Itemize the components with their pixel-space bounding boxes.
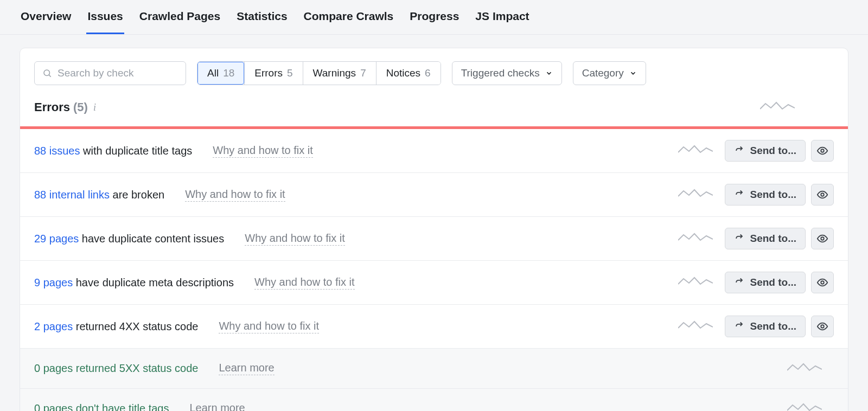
sparkline-icon — [787, 362, 822, 374]
issue-link[interactable]: 88 internal links — [34, 189, 110, 201]
section-title: Errors — [34, 100, 70, 114]
tab-crawled-pages[interactable]: Crawled Pages — [138, 0, 221, 34]
issue-text: 2 pages returned 4XX status code — [34, 320, 198, 333]
filter-count: 5 — [287, 67, 293, 79]
issue-link[interactable]: 88 issues — [34, 145, 80, 157]
sparkline — [678, 188, 725, 202]
tab-issues[interactable]: Issues — [86, 0, 124, 34]
issue-link[interactable]: 2 pages — [34, 320, 73, 332]
fix-link[interactable]: Why and how to fix it — [185, 188, 285, 202]
issue-row: 29 pages have duplicate content issuesWh… — [20, 217, 848, 261]
arrow-icon — [734, 277, 745, 288]
svg-point-2 — [821, 149, 824, 152]
view-button[interactable] — [811, 272, 834, 293]
svg-point-6 — [821, 325, 824, 328]
issue-link: 0 pages returned 5XX status code — [34, 362, 198, 374]
dropdown-label: Category — [582, 67, 624, 79]
send-to-button[interactable]: Send to... — [725, 228, 806, 249]
sparkline-icon — [760, 100, 807, 114]
issue-row: 9 pages have duplicate meta descriptions… — [20, 261, 848, 305]
filter-count: 7 — [360, 67, 366, 79]
triggered-checks-dropdown[interactable]: Triggered checks — [452, 61, 562, 85]
eye-icon — [816, 277, 828, 288]
issue-row: 0 pages don't have title tagsLearn more — [20, 389, 848, 411]
issue-text: 88 issues with duplicate title tags — [34, 145, 192, 157]
send-to-button[interactable]: Send to... — [725, 140, 806, 162]
issue-type-filter: All 18 Errors 5 Warnings 7 Notices 6 — [197, 61, 441, 85]
sparkline — [678, 144, 725, 158]
panel-controls: All 18 Errors 5 Warnings 7 Notices 6 Tri… — [20, 48, 848, 95]
sparkline-icon — [678, 275, 713, 287]
send-label: Send to... — [750, 233, 797, 245]
issue-link[interactable]: 9 pages — [34, 277, 73, 288]
filter-label: Errors — [254, 67, 283, 79]
issue-row: 88 internal links are brokenWhy and how … — [20, 173, 848, 217]
tab-js-impact[interactable]: JS Impact — [474, 0, 530, 34]
learn-more-link[interactable]: Learn more — [189, 402, 245, 411]
filter-errors[interactable]: Errors 5 — [244, 62, 302, 85]
svg-point-3 — [821, 193, 824, 196]
eye-icon — [816, 145, 828, 157]
issue-text: 29 pages have duplicate content issues — [34, 233, 224, 245]
filter-count: 6 — [425, 67, 431, 79]
fix-link[interactable]: Why and how to fix it — [219, 320, 319, 333]
issues-panel: All 18 Errors 5 Warnings 7 Notices 6 Tri… — [20, 48, 848, 411]
dropdown-label: Triggered checks — [461, 67, 540, 79]
fix-link[interactable]: Why and how to fix it — [245, 232, 345, 246]
send-label: Send to... — [750, 320, 797, 332]
issue-row: 88 issues with duplicate title tagsWhy a… — [20, 129, 848, 173]
svg-line-1 — [49, 75, 50, 76]
filter-count: 18 — [223, 67, 234, 79]
arrow-icon — [734, 145, 745, 156]
fix-link[interactable]: Why and how to fix it — [213, 144, 313, 158]
issue-rest: returned 4XX status code — [73, 320, 198, 332]
issue-row: 2 pages returned 4XX status codeWhy and … — [20, 305, 848, 349]
filter-label: Warnings — [313, 67, 356, 79]
tab-compare-crawls[interactable]: Compare Crawls — [303, 0, 395, 34]
category-dropdown[interactable]: Category — [573, 61, 646, 85]
search-input[interactable] — [58, 67, 178, 79]
filter-label: All — [207, 67, 219, 79]
tab-statistics[interactable]: Statistics — [235, 0, 288, 34]
send-label: Send to... — [750, 145, 797, 157]
issue-rest: are broken — [110, 189, 164, 201]
issue-text: 0 pages don't have title tags — [34, 402, 169, 411]
eye-icon — [816, 320, 828, 332]
tab-progress[interactable]: Progress — [409, 0, 460, 34]
sparkline-icon — [678, 319, 713, 331]
sparkline — [787, 402, 834, 412]
send-label: Send to... — [750, 189, 797, 201]
view-button[interactable] — [811, 228, 834, 249]
sparkline — [678, 275, 725, 290]
issue-link: 0 pages don't have title tags — [34, 402, 169, 411]
issue-text: 0 pages returned 5XX status code — [34, 362, 198, 375]
issue-row: 0 pages returned 5XX status codeLearn mo… — [20, 349, 848, 389]
issue-text: 88 internal links are broken — [34, 189, 164, 201]
send-to-button[interactable]: Send to... — [725, 184, 806, 206]
section-header: Errors (5) i — [20, 95, 848, 126]
issue-rest: have duplicate content issues — [79, 233, 224, 245]
sparkline-icon — [787, 402, 822, 412]
fix-link[interactable]: Why and how to fix it — [254, 276, 355, 290]
issues-list: 88 issues with duplicate title tagsWhy a… — [20, 129, 848, 411]
sparkline — [787, 362, 834, 376]
svg-point-4 — [821, 237, 824, 240]
search-input-wrap[interactable] — [34, 61, 186, 85]
learn-more-link[interactable]: Learn more — [219, 362, 274, 375]
view-button[interactable] — [811, 316, 834, 337]
info-icon[interactable]: i — [93, 102, 96, 113]
send-to-button[interactable]: Send to... — [725, 316, 806, 337]
section-count: (5) — [73, 100, 88, 114]
view-button[interactable] — [811, 140, 834, 162]
filter-notices[interactable]: Notices 6 — [376, 62, 441, 85]
tab-overview[interactable]: Overview — [20, 0, 72, 34]
search-icon — [42, 68, 52, 78]
send-to-button[interactable]: Send to... — [725, 272, 806, 293]
filter-all[interactable]: All 18 — [197, 62, 244, 85]
issue-link[interactable]: 29 pages — [34, 233, 79, 245]
filter-warnings[interactable]: Warnings 7 — [303, 62, 376, 85]
top-tabs: Overview Issues Crawled Pages Statistics… — [0, 0, 868, 35]
eye-icon — [816, 189, 828, 201]
issue-rest: with duplicate title tags — [80, 145, 193, 157]
view-button[interactable] — [811, 184, 834, 206]
